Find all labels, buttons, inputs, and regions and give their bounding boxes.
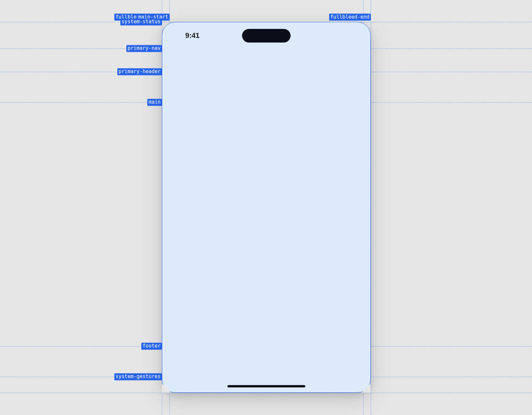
dynamic-island <box>242 29 291 43</box>
corner-cut-br <box>361 383 371 393</box>
home-indicator[interactable] <box>227 385 305 387</box>
phone-frame: 9:41 <box>162 22 371 393</box>
guide-fullbleed-end <box>371 0 371 415</box>
label-system-status: system-status <box>120 18 162 25</box>
guide-bottom <box>0 393 532 393</box>
label-main: main <box>147 99 162 106</box>
label-fullbleed-end: fullbleed-end <box>329 14 371 21</box>
label-primary-nav: primary-nav <box>126 45 162 52</box>
corner-cut-bl <box>162 383 171 393</box>
label-primary-header: primary-header <box>117 68 162 75</box>
status-time: 9:41 <box>185 31 200 40</box>
label-system-gestures: system-gestures <box>114 373 162 380</box>
label-footer: footer <box>141 343 162 350</box>
